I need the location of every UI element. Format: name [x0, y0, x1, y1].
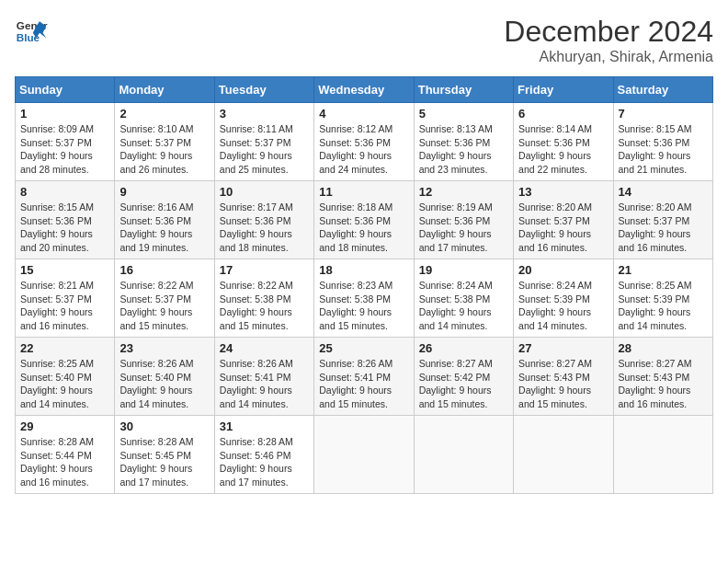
cell-info-line: Daylight: 9 hours [619, 384, 708, 397]
cell-info-line: Daylight: 9 hours [619, 227, 708, 241]
col-header-saturday: Saturday [613, 77, 712, 103]
cell-info-line: Daylight: 9 hours [319, 149, 408, 163]
cell-info-line: and 18 minutes. [319, 241, 408, 255]
cell-info-line: Sunrise: 8:27 AM [518, 357, 608, 371]
cell-info-line: and 15 minutes. [319, 319, 408, 333]
cell-info-line: Sunset: 5:43 PM [619, 371, 708, 385]
calendar-cell [514, 416, 613, 494]
cell-info-line: and 16 minutes. [20, 319, 109, 333]
logo: General Blue [15, 15, 48, 48]
day-number: 15 [20, 263, 109, 277]
calendar-cell: 5Sunrise: 8:13 AMSunset: 5:36 PMDaylight… [414, 103, 513, 181]
day-number: 14 [619, 185, 708, 199]
cell-info-line: Sunset: 5:38 PM [419, 293, 508, 306]
day-number: 20 [518, 263, 608, 277]
cell-info-line: Sunrise: 8:26 AM [119, 357, 209, 371]
cell-info-line: Daylight: 9 hours [20, 305, 109, 319]
cell-info-line: and 14 minutes. [518, 319, 608, 333]
calendar-cell: 19Sunrise: 8:24 AMSunset: 5:38 PMDayligh… [414, 259, 513, 338]
cell-info-line: and 28 minutes. [20, 163, 109, 177]
day-number: 24 [220, 341, 309, 355]
day-number: 9 [119, 185, 209, 199]
day-number: 8 [20, 185, 109, 199]
calendar-cell: 14Sunrise: 8:20 AMSunset: 5:37 PMDayligh… [613, 181, 712, 259]
cell-info-line: Sunrise: 8:27 AM [619, 357, 708, 371]
day-number: 19 [419, 263, 508, 277]
calendar-cell: 15Sunrise: 8:21 AMSunset: 5:37 PMDayligh… [16, 259, 115, 338]
calendar-cell: 17Sunrise: 8:22 AMSunset: 5:38 PMDayligh… [214, 259, 313, 338]
calendar-table: SundayMondayTuesdayWednesdayThursdayFrid… [15, 76, 713, 494]
cell-info-line: Sunset: 5:46 PM [220, 449, 309, 463]
cell-info-line: Sunrise: 8:26 AM [319, 357, 408, 371]
cell-info-line: Sunrise: 8:20 AM [619, 201, 708, 214]
cell-info-line: and 20 minutes. [20, 241, 109, 255]
cell-info-line: Sunrise: 8:28 AM [220, 435, 309, 449]
calendar-cell: 30Sunrise: 8:28 AMSunset: 5:45 PMDayligh… [115, 416, 214, 494]
cell-info-line: Sunset: 5:41 PM [319, 371, 408, 385]
cell-info-line: and 15 minutes. [518, 397, 608, 411]
cell-info-line: Sunset: 5:37 PM [119, 136, 209, 150]
cell-info-line: Sunset: 5:36 PM [319, 136, 408, 150]
cell-info-line: and 15 minutes. [319, 397, 408, 411]
day-number: 25 [319, 341, 408, 355]
day-number: 18 [319, 263, 408, 277]
cell-info-line: and 14 minutes. [119, 397, 209, 411]
cell-info-line: Daylight: 9 hours [220, 227, 309, 241]
calendar-cell: 3Sunrise: 8:11 AMSunset: 5:37 PMDaylight… [214, 103, 313, 181]
cell-info-line: Sunrise: 8:28 AM [119, 435, 209, 449]
cell-info-line: Sunrise: 8:27 AM [419, 357, 508, 371]
calendar-cell: 13Sunrise: 8:20 AMSunset: 5:37 PMDayligh… [514, 181, 613, 259]
cell-info-line: Sunrise: 8:17 AM [220, 201, 309, 214]
col-header-sunday: Sunday [16, 77, 115, 103]
calendar-cell: 9Sunrise: 8:16 AMSunset: 5:36 PMDaylight… [115, 181, 214, 259]
calendar-cell: 12Sunrise: 8:19 AMSunset: 5:36 PMDayligh… [414, 181, 513, 259]
day-number: 23 [119, 341, 209, 355]
cell-info-line: Sunrise: 8:22 AM [119, 279, 209, 293]
cell-info-line: Daylight: 9 hours [220, 384, 309, 397]
day-number: 17 [220, 263, 309, 277]
cell-info-line: Daylight: 9 hours [119, 384, 209, 397]
calendar-cell [314, 416, 414, 494]
cell-info-line: Sunset: 5:36 PM [619, 136, 708, 150]
cell-info-line: Sunrise: 8:28 AM [20, 435, 109, 449]
cell-info-line: Sunrise: 8:18 AM [319, 201, 408, 214]
calendar-cell: 4Sunrise: 8:12 AMSunset: 5:36 PMDaylight… [314, 103, 414, 181]
day-number: 29 [20, 419, 109, 433]
title-block: December 2024 Akhuryan, Shirak, Armenia [504, 15, 713, 65]
cell-info-line: Sunset: 5:37 PM [119, 293, 209, 306]
calendar-body: 1Sunrise: 8:09 AMSunset: 5:37 PMDaylight… [16, 103, 713, 494]
day-number: 11 [319, 185, 408, 199]
day-number: 1 [20, 107, 109, 121]
cell-info-line: Sunset: 5:36 PM [419, 136, 508, 150]
cell-info-line: and 26 minutes. [119, 163, 209, 177]
cell-info-line: Sunset: 5:37 PM [20, 293, 109, 306]
cell-info-line: Sunset: 5:36 PM [518, 136, 608, 150]
cell-info-line: Sunset: 5:36 PM [220, 214, 309, 228]
cell-info-line: Daylight: 9 hours [419, 149, 508, 163]
calendar-cell: 11Sunrise: 8:18 AMSunset: 5:36 PMDayligh… [314, 181, 414, 259]
cell-info-line: Sunset: 5:41 PM [220, 371, 309, 385]
location-subtitle: Akhuryan, Shirak, Armenia [504, 49, 713, 65]
cell-info-line: Daylight: 9 hours [220, 149, 309, 163]
cell-info-line: Sunset: 5:44 PM [20, 449, 109, 463]
cell-info-line: Daylight: 9 hours [419, 227, 508, 241]
day-number: 2 [119, 107, 209, 121]
cell-info-line: and 24 minutes. [319, 163, 408, 177]
calendar-cell: 6Sunrise: 8:14 AMSunset: 5:36 PMDaylight… [514, 103, 613, 181]
day-number: 6 [518, 107, 608, 121]
day-number: 26 [419, 341, 508, 355]
calendar-week-3: 15Sunrise: 8:21 AMSunset: 5:37 PMDayligh… [16, 259, 713, 338]
cell-info-line: and 14 minutes. [220, 397, 309, 411]
cell-info-line: Daylight: 9 hours [419, 305, 508, 319]
cell-info-line: and 17 minutes. [419, 241, 508, 255]
cell-info-line: Daylight: 9 hours [220, 305, 309, 319]
calendar-cell: 31Sunrise: 8:28 AMSunset: 5:46 PMDayligh… [214, 416, 313, 494]
cell-info-line: Sunset: 5:43 PM [518, 371, 608, 385]
cell-info-line: Sunrise: 8:12 AM [319, 122, 408, 136]
cell-info-line: Daylight: 9 hours [119, 462, 209, 476]
cell-info-line: Sunrise: 8:22 AM [220, 279, 309, 293]
cell-info-line: Sunrise: 8:19 AM [419, 201, 508, 214]
calendar-cell: 23Sunrise: 8:26 AMSunset: 5:40 PMDayligh… [115, 338, 214, 416]
cell-info-line: Sunrise: 8:20 AM [518, 201, 608, 214]
cell-info-line: and 19 minutes. [119, 241, 209, 255]
